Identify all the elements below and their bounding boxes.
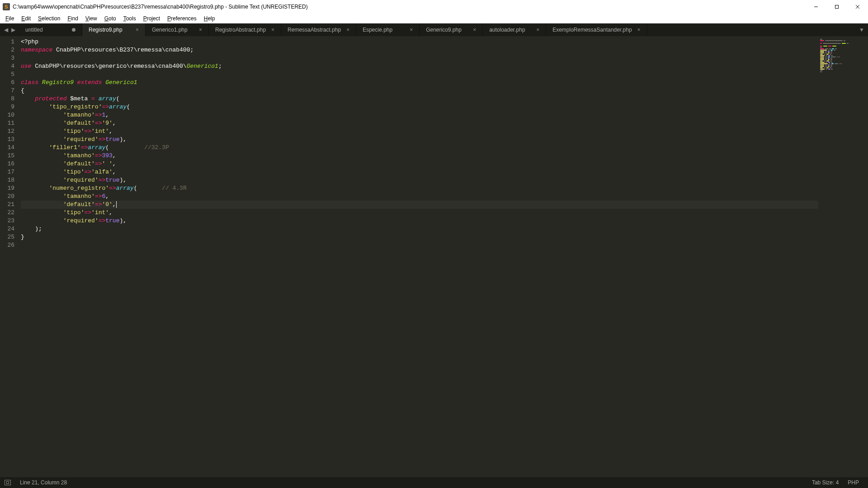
menu-goto[interactable]: Goto <box>101 14 120 23</box>
status-indent[interactable]: Tab Size: 4 <box>807 479 843 486</box>
line-number: 18 <box>0 176 14 184</box>
tab-label: RegistroAbstract.php <box>215 27 266 33</box>
tab-nav-back-icon[interactable]: ◀ <box>3 27 9 33</box>
code-line[interactable]: 'tamanho'=>393, <box>21 152 818 160</box>
line-number: 15 <box>0 152 14 160</box>
code-line[interactable] <box>21 241 818 249</box>
line-number: 20 <box>0 192 14 201</box>
code-line[interactable]: namespace CnabPHP\resources\B237\remessa… <box>21 46 818 54</box>
svg-rect-1 <box>835 5 839 9</box>
code-line[interactable]: 'tamanho'=>6, <box>21 192 818 201</box>
line-number: 16 <box>0 160 14 168</box>
tab-label: RemessaAbstract.php <box>288 27 341 33</box>
line-number: 14 <box>0 144 14 152</box>
tab-close-icon[interactable]: × <box>637 27 641 33</box>
line-number: 3 <box>0 54 14 62</box>
status-cursor-position[interactable]: Line 21, Column 28 <box>15 479 71 486</box>
tab-label: untitled <box>25 27 66 33</box>
tab-label: ExemploRemessaSantander.php <box>552 27 632 33</box>
line-number: 1 <box>0 38 14 46</box>
code-line[interactable]: 'tipo'=>'int', <box>21 127 818 136</box>
tab-close-icon[interactable]: × <box>410 27 413 33</box>
tab-label: autoloader.php <box>489 27 531 33</box>
menu-edit[interactable]: Edit <box>18 14 34 23</box>
line-number: 7 <box>0 87 14 95</box>
tab-close-icon[interactable]: × <box>271 27 274 33</box>
line-number: 17 <box>0 168 14 176</box>
code-line[interactable]: 'default'=>'0', <box>21 201 818 209</box>
code-line[interactable]: 'numero_registro'=>array( // 4.3R <box>21 184 818 192</box>
line-number: 2 <box>0 46 14 54</box>
menu-project[interactable]: Project <box>140 14 164 23</box>
maximize-button[interactable] <box>826 0 847 14</box>
menu-preferences[interactable]: Preferences <box>164 14 200 23</box>
tab-especie-php[interactable]: Especie.php× <box>356 23 420 36</box>
code-line[interactable]: 'tipo'=>'alfa', <box>21 168 818 176</box>
tab-registro9-php[interactable]: Registro9.php× <box>82 23 146 36</box>
code-line[interactable]: 'tipo_registro'=>array( <box>21 103 818 111</box>
code-line[interactable]: <?php <box>21 38 818 46</box>
tab-overflow-icon[interactable]: ▼ <box>855 23 868 36</box>
status-syntax[interactable]: PHP <box>843 479 863 486</box>
tab-generico9-php[interactable]: Generico9.php× <box>420 23 483 36</box>
tab-close-icon[interactable]: × <box>346 27 349 33</box>
code-line[interactable] <box>21 54 818 62</box>
tab-close-icon[interactable]: × <box>473 27 476 33</box>
code-line[interactable]: 'tipo'=>'int', <box>21 209 818 217</box>
code-content[interactable]: <?phpnamespace CnabPHP\resources\B237\re… <box>18 36 818 477</box>
tab-generico1-php[interactable]: Generico1.php× <box>146 23 209 36</box>
menu-find[interactable]: Find <box>64 14 81 23</box>
code-line[interactable]: 'required'=>true), <box>21 136 818 144</box>
menu-file[interactable]: File <box>2 14 18 23</box>
panel-toggle-icon[interactable] <box>5 480 11 485</box>
tab-close-icon[interactable]: × <box>199 27 202 33</box>
line-number: 5 <box>0 70 14 79</box>
code-line[interactable]: use CnabPHP\resources\generico\remessa\c… <box>21 62 818 70</box>
tab-nav-forward-icon[interactable]: ▶ <box>10 27 16 33</box>
code-line[interactable] <box>21 70 818 79</box>
code-line[interactable]: 'default'=>' ', <box>21 160 818 168</box>
code-line[interactable]: 'required'=>true), <box>21 217 818 225</box>
tab-dirty-indicator-icon <box>72 28 75 32</box>
tab-nav-arrows: ◀ ▶ <box>0 23 19 36</box>
code-line[interactable]: 'filler1'=>array( //32.3P <box>21 144 818 152</box>
tab-exemploremessasantander-php[interactable]: ExemploRemessaSantander.php× <box>546 23 647 36</box>
status-bar: Line 21, Column 28 Tab Size: 4 PHP <box>0 477 868 488</box>
close-button[interactable] <box>847 0 868 14</box>
tab-close-icon[interactable]: × <box>536 27 539 33</box>
line-number: 11 <box>0 119 14 127</box>
menu-view[interactable]: View <box>82 14 101 23</box>
code-line[interactable]: 'tamanho'=>1, <box>21 111 818 119</box>
editor-area[interactable]: 1234567891011121314151617181920212223242… <box>0 36 868 477</box>
line-number: 24 <box>0 225 14 233</box>
tab-remessaabstract-php[interactable]: RemessaAbstract.php× <box>281 23 356 36</box>
tab-close-icon[interactable]: × <box>136 27 139 33</box>
code-line[interactable]: protected $meta = array( <box>21 95 818 103</box>
window-controls <box>806 0 868 14</box>
code-line[interactable]: 'default'=>'9', <box>21 119 818 127</box>
tab-registroabstract-php[interactable]: RegistroAbstract.php× <box>209 23 281 36</box>
code-line[interactable]: 'required'=>true), <box>21 176 818 184</box>
tab-label: Especie.php <box>363 27 404 33</box>
tab-label: Registro9.php <box>89 27 130 33</box>
line-number: 12 <box>0 127 14 136</box>
line-number: 9 <box>0 103 14 111</box>
minimap[interactable] <box>818 36 868 477</box>
line-number: 25 <box>0 233 14 241</box>
tab-untitled[interactable]: untitled <box>19 23 82 36</box>
code-line[interactable]: ); <box>21 225 818 233</box>
minimize-button[interactable] <box>806 0 826 14</box>
menu-tools[interactable]: Tools <box>120 14 140 23</box>
code-line[interactable]: class Registro9 extends Generico1 <box>21 79 818 87</box>
line-number: 23 <box>0 217 14 225</box>
code-line[interactable]: } <box>21 233 818 241</box>
tab-bar: ◀ ▶ untitledRegistro9.php×Generico1.php×… <box>0 23 868 36</box>
menu-help[interactable]: Help <box>200 14 219 23</box>
app-icon: S <box>3 3 10 10</box>
code-line[interactable]: { <box>21 87 818 95</box>
menu-selection[interactable]: Selection <box>34 14 64 23</box>
window-title: C:\wamp64\www\opencnab\CnabPHP\resources… <box>13 4 806 10</box>
line-number: 21 <box>0 201 14 209</box>
tab-autoloader-php[interactable]: autoloader.php× <box>483 23 546 36</box>
line-number: 8 <box>0 95 14 103</box>
